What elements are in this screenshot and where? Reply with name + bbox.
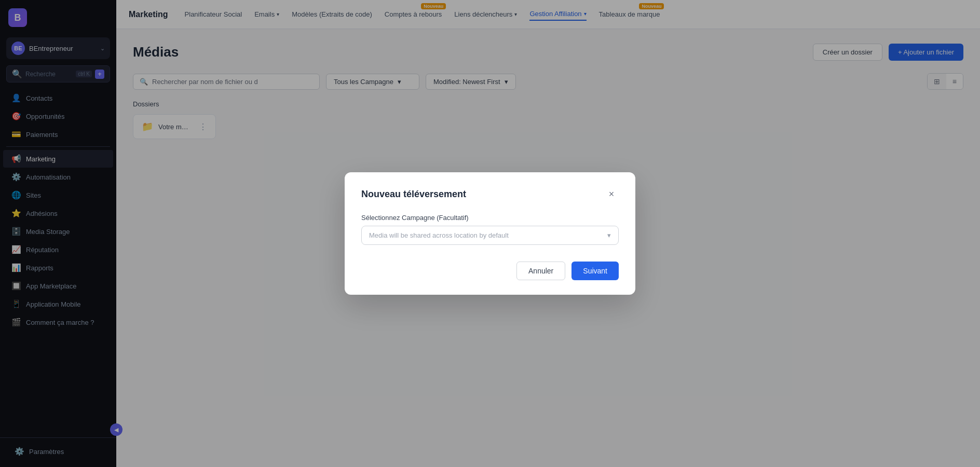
modal-title: Nouveau téléversement <box>361 189 466 200</box>
campaign-placeholder-text: Media will be shared across location by … <box>369 231 509 239</box>
chevron-down-icon: ▾ <box>607 231 611 239</box>
campaign-select-label: Sélectionnez Campagne (Facultatif) <box>361 214 619 222</box>
modal-close-button[interactable]: × <box>604 187 619 201</box>
next-button[interactable]: Suivant <box>571 262 619 280</box>
cancel-button[interactable]: Annuler <box>516 262 565 280</box>
modal-header: Nouveau téléversement × <box>361 187 619 201</box>
upload-modal: Nouveau téléversement × Sélectionnez Cam… <box>345 172 635 295</box>
modal-overlay[interactable]: Nouveau téléversement × Sélectionnez Cam… <box>0 0 980 467</box>
campaign-dropdown[interactable]: Media will be shared across location by … <box>361 226 619 245</box>
modal-footer: Annuler Suivant <box>361 262 619 280</box>
